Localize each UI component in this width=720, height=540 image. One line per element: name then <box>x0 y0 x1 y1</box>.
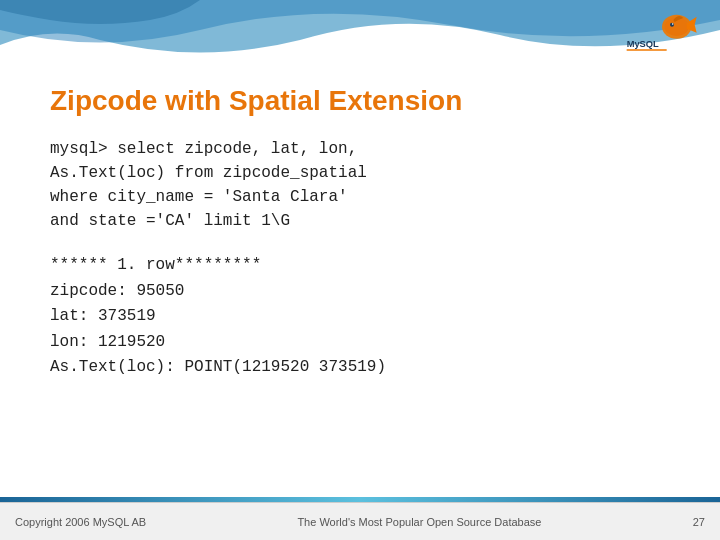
code-line-1: mysql> select zipcode, lat, lon, <box>50 137 670 161</box>
result-line-1: ****** 1. row********* <box>50 253 670 279</box>
result-line-3: lat: 373519 <box>50 304 670 330</box>
code-line-2: As.Text(loc) from zipcode_spatial <box>50 161 670 185</box>
footer-tagline: The World's Most Popular Open Source Dat… <box>146 516 693 528</box>
mysql-logo: MySQL <box>620 10 700 60</box>
footer: Copyright 2006 MySQL AB The World's Most… <box>0 502 720 540</box>
result-block: ****** 1. row********* zipcode: 95050 la… <box>50 253 670 381</box>
result-line-4: lon: 1219520 <box>50 330 670 356</box>
result-line-2: zipcode: 95050 <box>50 279 670 305</box>
footer-page-number: 27 <box>693 516 705 528</box>
top-wave-decoration <box>0 0 720 70</box>
result-line-5: As.Text(loc): POINT(1219520 373519) <box>50 355 670 381</box>
svg-point-2 <box>670 23 674 27</box>
code-block: mysql> select zipcode, lat, lon, As.Text… <box>50 137 670 233</box>
code-line-3: where city_name = 'Santa Clara' <box>50 185 670 209</box>
slide-title: Zipcode with Spatial Extension <box>50 85 670 117</box>
svg-text:MySQL: MySQL <box>627 39 659 49</box>
code-line-4: and state ='CA' limit 1\G <box>50 209 670 233</box>
svg-point-3 <box>672 23 674 25</box>
footer-copyright: Copyright 2006 MySQL AB <box>15 516 146 528</box>
main-content: Zipcode with Spatial Extension mysql> se… <box>0 70 720 500</box>
